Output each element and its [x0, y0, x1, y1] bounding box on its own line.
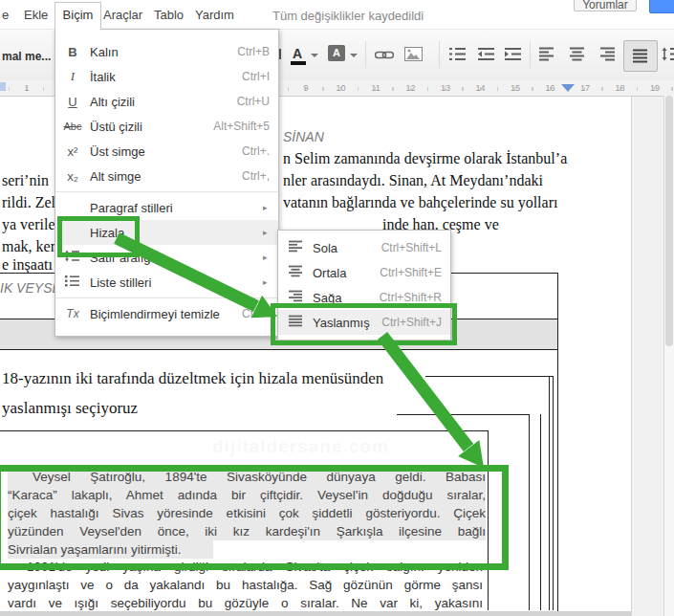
superscript-icon: x²	[55, 144, 90, 159]
ruler-number: 10	[332, 83, 351, 93]
paragraph-line[interactable]: 1901'de yedi yaşına girdiği sıralarda Si…	[8, 558, 483, 576]
submenu-item-yaslanmis[interactable]: Yaslanmış Ctrl+Shift+J	[278, 310, 450, 335]
menu-item-cut-fragment[interactable]: e	[2, 8, 9, 22]
menu-item-ustu-cizili[interactable]: Abc Üstü çizili Alt+Shift+5	[55, 114, 278, 139]
menu-item-label: Paragraf stilleri	[90, 201, 263, 215]
menu-item-ekle[interactable]: Ekle	[24, 8, 48, 22]
submenu-item-ortala[interactable]: Ortala Ctrl+Shift+E	[278, 260, 450, 285]
highlighted-paragraph-line[interactable]: “Karaca” lakaplı, Ahmet adında bir çiftç…	[8, 486, 486, 504]
menu-item-shortcut: Ctrl+Shift+E	[380, 266, 450, 279]
menu-item-italik[interactable]: I İtalik Ctrl+I	[55, 64, 278, 89]
line-spacing-icon[interactable]	[662, 47, 674, 61]
menu-divider	[55, 191, 278, 192]
menu-item-label: Üstü çizili	[90, 120, 213, 134]
italic-icon: I	[55, 69, 90, 84]
menu-item-label: Satır aralığı	[90, 251, 263, 265]
scrollbar-thumb[interactable]	[665, 96, 673, 346]
submenu-arrow-icon	[263, 277, 278, 287]
vertical-scrollbar[interactable]	[663, 96, 674, 616]
menu-item-shortcut: Ctrl+Shift+L	[381, 241, 450, 254]
doc-text-fragment[interactable]: seri’nin	[2, 172, 49, 189]
menu-item-shortcut: Ctrl+I	[242, 70, 278, 83]
highlighted-paragraph-line[interactable]: çiçek hastalığı Sivas yöresinde etkisini…	[8, 504, 486, 522]
menu-item-araclar[interactable]: Araçlar	[103, 8, 142, 22]
menu-item-label: Yaslanmış	[313, 316, 381, 330]
menu-item-label: Altı çizili	[90, 95, 237, 109]
justify-button-selected[interactable]	[623, 40, 658, 72]
tutorial-text-line[interactable]: 18-yazının iki tarafında düzeltmek için …	[2, 369, 383, 388]
insert-image-icon[interactable]	[404, 47, 423, 61]
bold-icon: B	[55, 45, 90, 59]
ruler-number: 19	[645, 83, 664, 93]
clear-formatting-icon: Tx	[55, 307, 90, 320]
highlighted-paragraph-line[interactable]: yüzünden Veysel'den önce, iki kız kardeş…	[8, 522, 486, 540]
ruler-number: 1	[17, 83, 36, 93]
highlighted-paragraph-line[interactable]: Sivrialan yaşamlarını yitirmişti.	[8, 540, 213, 559]
menu-item-yardim[interactable]: Yardım	[195, 8, 234, 22]
save-status-text: Tüm değişiklikler kaydedildi	[272, 9, 424, 23]
menu-item-bicim-active[interactable]: Biçim	[54, 2, 101, 30]
menu-item-label: Hizala	[90, 226, 263, 240]
cut-icon-sliver	[279, 49, 281, 59]
text-color-icon[interactable]: A	[293, 46, 302, 61]
menu-item-tablo[interactable]: Tablo	[154, 8, 184, 22]
highlight-color-icon[interactable]: A	[328, 45, 345, 61]
menu-item-label: Liste stilleri	[90, 275, 263, 290]
comments-button[interactable]: Yorumlar	[574, 0, 637, 11]
doc-text-fragment[interactable]: e inşaatı	[2, 256, 53, 274]
menu-item-shortcut: Alt+Shift+5	[213, 120, 278, 133]
menu-item-satir-araligi[interactable]: Satır aralığı	[55, 245, 278, 270]
list-styles-icon	[55, 275, 90, 290]
submenu-arrow-icon	[263, 253, 278, 262]
menu-item-shortcut: Ctrl+Shift+R	[380, 291, 450, 304]
menu-item-paragraf-stilleri[interactable]: Paragraf stilleri	[55, 195, 278, 220]
align-right-icon[interactable]	[600, 47, 616, 61]
tutorial-text-line[interactable]: yaslanmışı seçiyoruz	[2, 399, 138, 418]
menu-item-label: Kalın	[90, 45, 237, 59]
menu-item-alt-simge[interactable]: x₂ Alt simge Ctrl+,	[55, 164, 278, 188]
menu-item-label: Alt simge	[90, 169, 242, 184]
submenu-item-saga[interactable]: Sağa Ctrl+Shift+R	[278, 285, 450, 310]
menu-divider	[55, 297, 278, 298]
menu-item-label: Üst simge	[90, 144, 242, 159]
watermark: dijitaldersane.com	[212, 436, 389, 457]
highlighted-paragraph-line[interactable]: Veysel Şatıroğlu, 1894'te Sivasköyünde d…	[8, 468, 486, 486]
align-submenu-panel: Sola Ctrl+Shift+L Ortala Ctrl+Shift+E Sa…	[277, 230, 451, 341]
ruler-indent-marker[interactable]	[561, 84, 575, 92]
doc-text-line[interactable]: n Selim zamanında devşirme olarak İstanb…	[283, 150, 567, 167]
doc-text-fragment[interactable]: rildi. Zel	[2, 194, 55, 211]
decrease-indent-icon[interactable]	[478, 47, 495, 61]
share-button[interactable]	[649, 0, 674, 13]
align-center-icon[interactable]	[570, 47, 585, 61]
paragraph-style-dropdown[interactable]: mal me...	[2, 50, 51, 63]
ruler-left-margin-marker[interactable]	[0, 82, 6, 91]
subscript-icon: x₂	[55, 169, 90, 184]
insert-link-icon[interactable]	[375, 48, 394, 62]
paragraph-line[interactable]: yaygınlaştı ve o da yakalandı bu hastalı…	[8, 576, 483, 594]
format-menu-panel: B Kalın Ctrl+B I İtalik Ctrl+I U Altı çi…	[54, 29, 279, 337]
menu-item-alti-cizili[interactable]: U Altı çizili Ctrl+U	[55, 89, 278, 114]
align-left-icon[interactable]	[539, 47, 554, 61]
doc-text-line[interactable]: nler arasındaydı. Sinan, At Meydanı’ndak…	[283, 172, 543, 189]
menu-item-hizala[interactable]: Hizala	[55, 220, 278, 245]
menu-item-shortcut: Ctrl+.	[242, 144, 278, 158]
numbered-list-icon[interactable]	[449, 47, 467, 61]
highlight-dropdown-icon[interactable]	[350, 54, 358, 57]
paragraph-line[interactable]: vardı ve ışığı seçebiliyordu bu gözüyle …	[8, 594, 483, 612]
underline-icon: U	[55, 95, 90, 109]
menu-item-kalin[interactable]: B Kalın Ctrl+B	[55, 39, 278, 64]
justify-icon	[633, 49, 648, 63]
line-spacing-icon	[55, 250, 90, 265]
increase-indent-icon[interactable]	[505, 47, 522, 61]
doc-heading-sinan[interactable]: SİNAN	[283, 129, 324, 144]
submenu-item-sola[interactable]: Sola Ctrl+Shift+L	[278, 235, 450, 260]
doc-text-fragment[interactable]: mak, ker	[2, 238, 55, 255]
menu-item-bicimlendirmeyi-temizle[interactable]: Tx Biçimlendirmeyi temizle Ctrl+\	[55, 301, 278, 326]
doc-text-fragment[interactable]: ya verile	[2, 216, 55, 233]
ruler-number: 15	[506, 83, 525, 93]
doc-text-line[interactable]: vatanın bağlarında ve bahçelerinde su yo…	[283, 194, 557, 211]
ruler-number: 13	[436, 83, 455, 93]
menu-item-ust-simge[interactable]: x² Üst simge Ctrl+.	[55, 139, 278, 164]
menu-item-liste-stilleri[interactable]: Liste stilleri	[55, 270, 278, 295]
text-color-dropdown-icon[interactable]	[311, 54, 318, 57]
